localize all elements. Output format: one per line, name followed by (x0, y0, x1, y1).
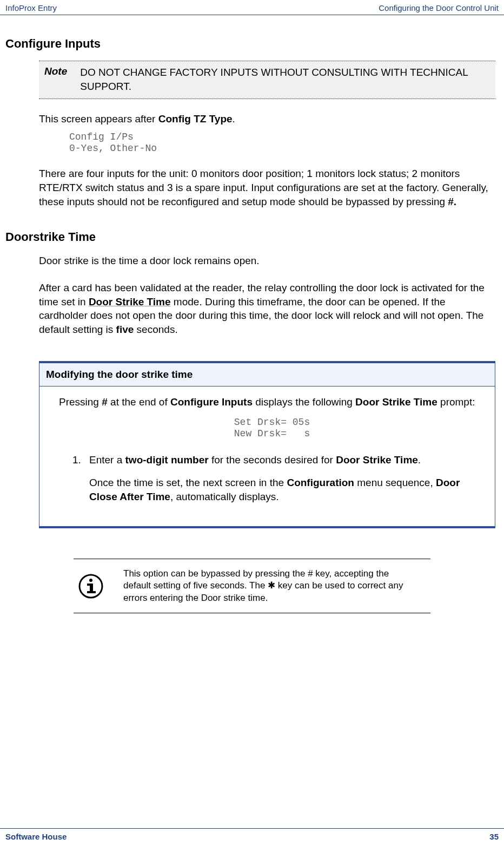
svg-point-1 (89, 579, 92, 582)
svg-rect-3 (90, 584, 93, 592)
lead-d: Configure Inputs (170, 396, 253, 408)
header-left: InfoProx Entry (5, 3, 57, 12)
s1-d: Door Strike Time (336, 454, 418, 466)
footer-left: Software House (5, 832, 67, 841)
p2-e: seconds. (134, 324, 177, 335)
heading-configure-inputs: Configure Inputs (5, 37, 499, 51)
lead-b: # (102, 396, 108, 408)
step-1: Enter a two-digit number for the seconds… (84, 453, 485, 503)
s1n-a: Once the time is set, the next screen in… (89, 477, 287, 488)
step-1-note: Once the time is set, the next screen in… (89, 476, 485, 503)
code-config-ips: Config I/Ps 0-Yes, Other-No (69, 132, 495, 154)
s1-c: for the seconds desired for (209, 454, 336, 466)
info-callout: This option can be bypassed by pressing … (74, 559, 430, 613)
doorstrike-p2: After a card has been validated at the r… (39, 281, 495, 337)
heading-doorstrike-time: Doorstrike Time (5, 230, 499, 244)
procedure-box: Modifying the door strike time Pressing … (39, 361, 495, 528)
s1n-b: Configuration (287, 477, 354, 488)
lead-g: prompt: (437, 396, 475, 408)
note-box: Note DO NOT CHANGE FACTORY INPUTS WITHOU… (39, 61, 495, 99)
configure-inputs-body: There are four inputs for the unit: 0 mo… (39, 167, 495, 208)
page-footer: Software House 35 (0, 828, 504, 841)
lead-e: displays the following (253, 396, 355, 408)
procedure-steps: Enter a two-digit number for the seconds… (84, 453, 485, 503)
intro-suffix: . (233, 113, 235, 124)
intro-prefix: This screen appears after (39, 113, 158, 124)
s1-e: . (418, 454, 421, 466)
lead-a: Pressing (59, 396, 102, 408)
lead-c: at the end of (108, 396, 170, 408)
body-hash: #. (448, 196, 456, 207)
footer-right: 35 (489, 832, 499, 841)
note-text: DO NOT CHANGE FACTORY INPUTS WITHOUT CON… (80, 65, 490, 93)
info-icon (78, 573, 104, 599)
procedure-title: Modifying the door strike time (39, 363, 495, 386)
note-label: Note (44, 65, 67, 93)
svg-rect-4 (87, 591, 96, 593)
s1n-c: menu sequence, (354, 477, 436, 488)
s1-b: two-digit number (125, 454, 209, 466)
p2-b: Door Strike Time (89, 296, 171, 307)
s1n-e: , automatically displays. (170, 491, 279, 502)
p2-d: five (116, 324, 134, 335)
body-before-hash: There are four inputs for the unit: 0 mo… (39, 168, 488, 207)
header-right: Configuring the Door Control Unit (379, 3, 499, 12)
info-text: This option can be bypassed by pressing … (123, 568, 426, 604)
doorstrike-p1: Door strike is the time a door lock rema… (39, 254, 495, 268)
page-header: InfoProx Entry Configuring the Door Cont… (0, 0, 504, 15)
configure-inputs-intro: This screen appears after Config TZ Type… (39, 112, 495, 126)
intro-bold: Config TZ Type (158, 113, 233, 124)
s1-a: Enter a (89, 454, 125, 466)
code-set-drsk: Set Drsk= 05s New Drsk= s (234, 417, 310, 439)
lead-f: Door Strike Time (355, 396, 437, 408)
procedure-lead: Pressing # at the end of Configure Input… (59, 395, 485, 409)
star-icon: ✱ (268, 580, 275, 591)
